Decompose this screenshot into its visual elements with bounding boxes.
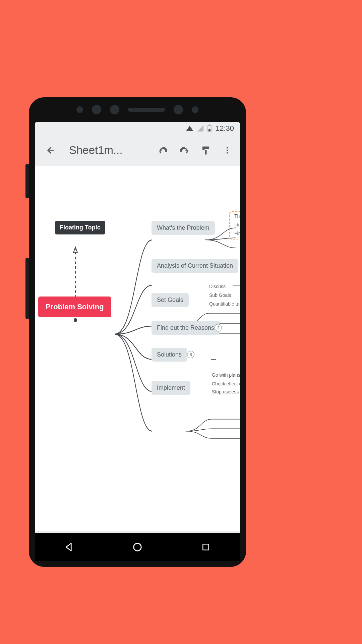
app-bar: Sheet1m... [35,135,240,166]
battery-icon [207,125,212,132]
status-time: 12:30 [216,124,234,133]
branch-node[interactable]: Find out the Reasons [152,321,220,335]
nav-home-button[interactable] [130,540,144,554]
nav-back-button[interactable] [62,540,76,554]
sub-node-label[interactable]: Th [234,213,240,219]
screen: 12:30 Sheet1m... [35,122,240,561]
status-bar: 12:30 [35,122,240,135]
more-menu-button[interactable] [218,141,237,160]
sub-node-label[interactable]: Quantifiable targe [209,301,240,307]
sub-node-label[interactable]: Sub Goals [209,292,231,298]
sub-node-label[interactable]: Check effect of [212,381,240,386]
phone-frame: 12:30 Sheet1m... [29,97,246,567]
child-count-badge[interactable]: 6 [187,351,194,358]
volume-up-button[interactable] [25,164,29,198]
branch-node[interactable]: Solutions [152,348,187,362]
branch-node[interactable]: Analysis of Current Situation [152,259,238,273]
sub-node-label[interactable]: Fir [234,231,240,236]
sub-node-label[interactable]: Ide [234,222,240,227]
child-count-badge[interactable]: 3 [215,324,222,331]
sub-node-label[interactable]: Go with plans [212,372,240,378]
branch-node[interactable]: Implement [152,381,190,395]
redo-button[interactable] [175,141,194,160]
system-nav-bar [35,533,240,561]
volume-down-button[interactable] [25,258,29,319]
svg-point-2 [227,152,228,153]
sub-node-label[interactable]: Stop useless so [212,389,240,394]
branch-node[interactable]: Set Goals [152,293,189,307]
sub-node-label[interactable]: Discuss [209,284,226,289]
svg-point-1 [227,150,228,151]
phone-top [29,97,246,122]
signal-icon [197,125,203,131]
back-button[interactable] [42,141,60,160]
svg-rect-29 [203,544,208,550]
root-node[interactable]: Problem Solving [38,297,111,317]
svg-point-4 [74,318,77,322]
nav-recents-button[interactable] [199,540,213,554]
undo-button[interactable] [154,141,172,160]
format-button[interactable] [196,141,215,160]
sheet-title[interactable]: Sheet1m... [63,144,151,157]
wifi-icon [186,126,193,131]
branch-node[interactable]: What's the Problem [152,221,215,235]
floating-topic-node[interactable]: Floating Topic [55,221,105,234]
svg-point-28 [134,543,141,551]
svg-point-0 [227,147,228,148]
mindmap-canvas[interactable]: Floating Topic Problem Solving What's th… [35,166,240,531]
